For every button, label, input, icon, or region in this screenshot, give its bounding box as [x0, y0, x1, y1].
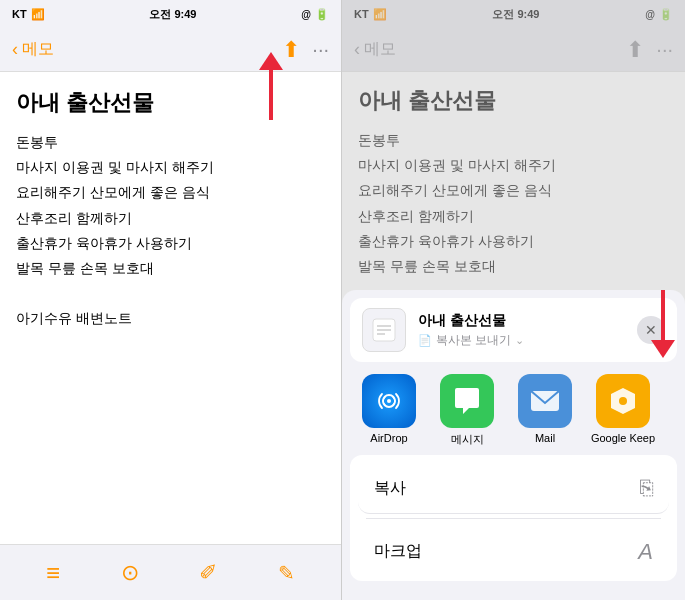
share-action-markup[interactable]: 마크업 A	[358, 527, 669, 577]
share-note-title: 아내 출산선물	[418, 312, 625, 330]
note-line: 발목 무릎 손목 보호대	[16, 256, 325, 281]
mail-icon	[518, 374, 572, 428]
keep-icon	[596, 374, 650, 428]
share-close-button[interactable]: ✕	[637, 316, 665, 344]
more-button-left[interactable]: ···	[312, 38, 329, 61]
note-line: 돈봉투	[16, 130, 325, 155]
note-line: 아기수유 배변노트	[16, 306, 325, 331]
share-button-left[interactable]: ⬆	[282, 37, 300, 63]
nav-bar-left: ‹ 메모 ⬆ ···	[0, 28, 341, 72]
messages-icon	[440, 374, 494, 428]
share-note-info: 아내 출산선물 📄 복사본 보내기 ⌄	[418, 312, 625, 349]
note-line: 산후조리 함께하기	[16, 206, 325, 231]
share-sheet: 아내 출산선물 📄 복사본 보내기 ⌄ ✕	[342, 290, 685, 600]
battery-icon-left: 🔋	[315, 8, 329, 21]
back-chevron-left: ‹	[12, 39, 18, 60]
edit-icon-left[interactable]: ✎	[278, 561, 295, 585]
airdrop-icon	[362, 374, 416, 428]
note-line: 마사지 이용권 및 마사지 해주기	[16, 155, 325, 180]
svg-point-7	[619, 397, 627, 405]
back-label-left: 메모	[22, 39, 54, 60]
share-note-sub: 📄 복사본 보내기 ⌄	[418, 332, 625, 349]
airdrop-svg	[374, 386, 404, 416]
wifi-icon-left: 📶	[31, 8, 45, 21]
share-apps-row: AirDrop 메시지 Mail	[342, 362, 685, 451]
messages-svg	[451, 386, 483, 416]
draw-icon-left[interactable]: ✐	[199, 560, 217, 586]
svg-point-5	[387, 399, 391, 403]
mail-label: Mail	[535, 432, 555, 444]
copy-icon: ⎘	[640, 475, 653, 501]
keep-label: Google Keep	[591, 432, 655, 444]
nav-actions-left: ⬆ ···	[282, 37, 329, 63]
list-icon-left[interactable]: ≡	[46, 559, 60, 587]
note-thumb-icon	[370, 316, 398, 344]
note-body-left: 돈봉투 마사지 이용권 및 마사지 해주기 요리해주기 산모에게 좋은 음식 산…	[16, 130, 325, 332]
markup-label: 마크업	[374, 541, 422, 562]
doc-icon: 📄	[418, 334, 432, 347]
keep-svg	[609, 386, 637, 416]
share-action-copy[interactable]: 복사 ⎘	[358, 463, 669, 514]
share-note-sub-text: 복사본 보내기	[436, 332, 511, 349]
bottom-toolbar-left: ≡ ⊙ ✐ ✎	[0, 544, 341, 600]
markup-icon: A	[638, 539, 653, 565]
share-app-keep[interactable]: Google Keep	[584, 374, 662, 447]
right-phone: KT 📶 오전 9:49 @ 🔋 ‹ 메모 ⬆ ··· 아내 출산선물 돈봉투 …	[342, 0, 685, 600]
status-right-left: @ 🔋	[301, 8, 329, 21]
time-left: 오전 9:49	[149, 7, 196, 22]
note-line: 요리해주기 산모에게 좋은 음식	[16, 180, 325, 205]
note-title-left: 아내 출산선물	[16, 88, 325, 118]
carrier-left: KT	[12, 8, 27, 20]
share-actions-container: 복사 ⎘ 마크업 A	[350, 455, 677, 581]
share-header: 아내 출산선물 📄 복사본 보내기 ⌄ ✕	[350, 298, 677, 362]
camera-icon-left[interactable]: ⊙	[121, 560, 139, 586]
mail-svg	[529, 387, 561, 415]
location-icon-left: @	[301, 9, 311, 20]
note-line	[16, 281, 325, 306]
share-app-messages[interactable]: 메시지	[428, 374, 506, 447]
share-app-airdrop[interactable]: AirDrop	[350, 374, 428, 447]
share-app-mail[interactable]: Mail	[506, 374, 584, 447]
note-line: 출산휴가 육아휴가 사용하기	[16, 231, 325, 256]
copy-label: 복사	[374, 478, 406, 499]
airdrop-label: AirDrop	[370, 432, 407, 444]
note-content-left: 아내 출산선물 돈봉투 마사지 이용권 및 마사지 해주기 요리해주기 산모에게…	[0, 72, 341, 544]
dim-overlay	[342, 0, 685, 340]
messages-label: 메시지	[451, 432, 484, 447]
chevron-icon: ⌄	[515, 334, 524, 347]
status-left: KT 📶	[12, 8, 45, 21]
divider	[366, 518, 661, 519]
status-bar-left: KT 📶 오전 9:49 @ 🔋	[0, 0, 341, 28]
share-note-thumb	[362, 308, 406, 352]
left-phone: KT 📶 오전 9:49 @ 🔋 ‹ 메모 ⬆ ··· 아내 출산선물 돈봉투 …	[0, 0, 342, 600]
back-button-left[interactable]: ‹ 메모	[12, 39, 54, 60]
